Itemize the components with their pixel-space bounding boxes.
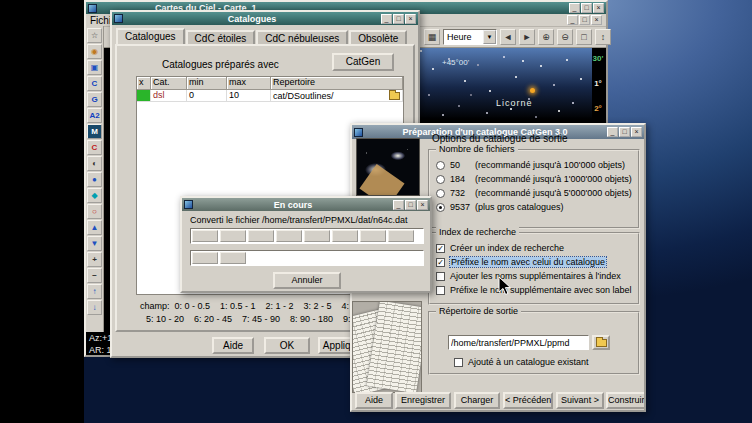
- toolbar-icon[interactable]: □: [576, 29, 592, 45]
- close-icon[interactable]: ×: [593, 3, 604, 13]
- maximize-icon[interactable]: □: [579, 15, 590, 25]
- tool-icon[interactable]: ◆: [87, 188, 102, 203]
- declination-label: +45°00': [442, 58, 469, 67]
- close-icon[interactable]: ×: [405, 14, 416, 24]
- append-catalog-row[interactable]: Ajouté à un catalogue existant: [454, 357, 589, 367]
- tool-icon[interactable]: ▣: [87, 60, 102, 75]
- progress-segment: [332, 230, 358, 242]
- browse-folder-button[interactable]: [592, 335, 610, 350]
- ok-button[interactable]: OK: [264, 337, 310, 354]
- close-icon[interactable]: ×: [591, 15, 602, 25]
- tool-icon[interactable]: ☆: [87, 28, 102, 43]
- tab-catalogues[interactable]: Catalogues: [116, 28, 185, 44]
- tool-icon[interactable]: ◐: [87, 156, 102, 171]
- catalogues-titlebar[interactable]: Catalogues _□×: [112, 12, 418, 25]
- minimize-icon[interactable]: _: [567, 15, 578, 25]
- file-count-option[interactable]: 732 (recommandé jusqu'à 5'000'000 objets…: [436, 188, 632, 198]
- tool-icon[interactable]: ○: [87, 204, 102, 219]
- checkbox-label: Ajouter les noms supplémentaires à l'ind…: [450, 271, 621, 281]
- checkbox[interactable]: [436, 272, 445, 281]
- close-icon[interactable]: ×: [417, 200, 428, 210]
- toolbar-icon[interactable]: ⊖: [557, 29, 573, 45]
- min-field-cell[interactable]: 0: [187, 90, 227, 102]
- catgen-button[interactable]: CatGen: [332, 53, 394, 71]
- index-option[interactable]: ✓Préfixe le nom avec celui du catalogue: [436, 257, 606, 267]
- catalog-name-cell[interactable]: dsl: [151, 90, 187, 102]
- maximize-icon[interactable]: □: [619, 127, 630, 137]
- file-count-option[interactable]: 9537 (plus gros catalogues): [436, 202, 564, 212]
- maximize-icon[interactable]: □: [393, 14, 404, 24]
- index-option[interactable]: ✓Créer un index de recherche: [436, 243, 564, 253]
- tool-icon[interactable]: +: [87, 252, 102, 267]
- minimize-icon[interactable]: _: [381, 14, 392, 24]
- toolbar-icon[interactable]: ◄: [500, 29, 516, 45]
- append-catalog-label: Ajouté à un catalogue existant: [468, 357, 589, 367]
- radio-button[interactable]: [436, 189, 445, 198]
- tool-icon[interactable]: G: [87, 92, 102, 107]
- active-cell[interactable]: [137, 90, 151, 102]
- left-toolbar: ☆◉▣CGA2MC◐●◆○▲▼+−↑↓: [86, 26, 104, 332]
- table-row[interactable]: dsl010cat/DSoutlines/: [137, 90, 403, 102]
- minimize-icon[interactable]: _: [569, 3, 580, 13]
- cancel-button[interactable]: Annuler: [273, 272, 341, 289]
- maximize-icon[interactable]: □: [581, 3, 592, 13]
- tool-icon[interactable]: A2: [87, 108, 102, 123]
- column-header[interactable]: max: [227, 77, 271, 90]
- help-button[interactable]: Aide: [355, 392, 393, 409]
- max-field-cell[interactable]: 10: [227, 90, 271, 102]
- zoom-preset-button[interactable]: 1°: [594, 79, 602, 88]
- tool-icon[interactable]: ◉: [87, 44, 102, 59]
- save-button[interactable]: Enregistrer: [395, 392, 451, 409]
- file-count-option[interactable]: 184 (recommandé jusqu'à 1'000'000 objets…: [436, 174, 632, 184]
- load-button[interactable]: Charger: [454, 392, 500, 409]
- help-button[interactable]: Aide: [212, 337, 254, 354]
- next-button[interactable]: Suivant >: [556, 392, 604, 409]
- append-catalog-checkbox[interactable]: [454, 358, 463, 367]
- zoom-preset-column: 30'1°2°: [590, 54, 606, 113]
- radio-button[interactable]: [436, 203, 445, 212]
- tool-icon[interactable]: C: [87, 76, 102, 91]
- radio-button[interactable]: [436, 175, 445, 184]
- tool-icon[interactable]: C: [87, 140, 102, 155]
- tool-icon[interactable]: ↓: [87, 300, 102, 315]
- tool-icon[interactable]: ↑: [87, 284, 102, 299]
- column-header[interactable]: Repertoire: [271, 77, 403, 90]
- tab-cdc-n-buleuses[interactable]: CdC nébuleuses: [256, 30, 348, 44]
- progress-segment: [192, 230, 218, 242]
- stars: [420, 50, 422, 52]
- tool-icon[interactable]: ●: [87, 172, 102, 187]
- tool-icon[interactable]: ▲: [87, 220, 102, 235]
- zoom-preset-button[interactable]: 2°: [594, 104, 602, 113]
- close-icon[interactable]: ×: [631, 127, 642, 137]
- column-header[interactable]: x: [137, 77, 151, 90]
- tool-icon[interactable]: ▼: [87, 236, 102, 251]
- tab-obsol-te[interactable]: Obsolète: [349, 30, 407, 44]
- chart-mode-icon[interactable]: ▦: [424, 29, 440, 45]
- time-mode-select[interactable]: Heure ▼: [443, 29, 497, 45]
- tab-cdc-toiles[interactable]: CdC étoiles: [186, 30, 256, 44]
- previous-button[interactable]: < Précédent: [503, 392, 553, 409]
- column-header[interactable]: Cat.: [151, 77, 187, 90]
- file-count-option[interactable]: 50 (recommandé jusqu'à 100'000 objets): [436, 160, 625, 170]
- directory-cell[interactable]: cat/DSoutlines/: [271, 90, 403, 102]
- checkbox[interactable]: ✓: [436, 258, 445, 267]
- zoom-preset-button[interactable]: 30': [593, 54, 604, 63]
- toolbar-icon[interactable]: ↕: [595, 29, 611, 45]
- minimize-icon[interactable]: _: [607, 127, 618, 137]
- index-option[interactable]: Ajouter les noms supplémentaires à l'ind…: [436, 271, 621, 281]
- radio-button[interactable]: [436, 161, 445, 170]
- index-option[interactable]: Préfixe le nom supplémentaire avec son l…: [436, 285, 632, 295]
- toolbar-icon[interactable]: ⊕: [538, 29, 554, 45]
- checkbox[interactable]: [436, 286, 445, 295]
- minimize-icon[interactable]: _: [393, 200, 404, 210]
- toolbar-icon[interactable]: ►: [519, 29, 535, 45]
- maximize-icon[interactable]: □: [405, 200, 416, 210]
- build-button[interactable]: Construire le catalogue: [606, 392, 646, 409]
- tool-icon[interactable]: M: [87, 124, 102, 139]
- progress-titlebar[interactable]: En cours _□×: [182, 198, 430, 211]
- folder-icon[interactable]: [389, 92, 400, 100]
- tool-icon[interactable]: −: [87, 268, 102, 283]
- output-dir-input[interactable]: [448, 335, 589, 350]
- column-header[interactable]: min: [187, 77, 227, 90]
- checkbox[interactable]: ✓: [436, 244, 445, 253]
